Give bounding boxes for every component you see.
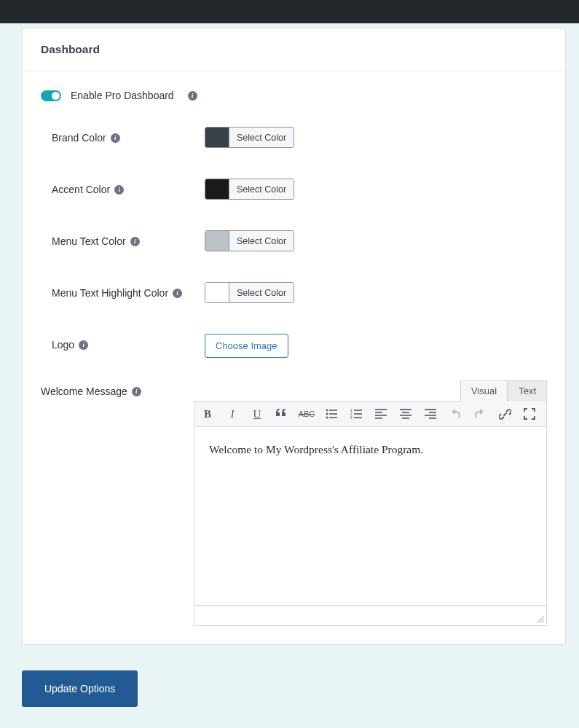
svg-rect-11 [354, 417, 362, 418]
welcome-message-label: Welcome Message [41, 385, 127, 397]
svg-rect-9 [354, 413, 362, 415]
menu-text-color-label: Menu Text Color [52, 235, 126, 247]
info-icon[interactable]: i [114, 185, 124, 195]
panel-header: Dashboard [23, 28, 565, 71]
brand-color-swatch [205, 128, 229, 147]
info-icon[interactable]: i [130, 237, 140, 246]
svg-rect-20 [425, 409, 436, 410]
svg-rect-15 [375, 418, 382, 419]
admin-top-bar [0, 0, 579, 23]
panel-title: Dashboard [41, 43, 547, 56]
info-icon[interactable]: i [173, 289, 182, 298]
select-color-button: Select Color [229, 128, 294, 147]
svg-rect-1 [329, 410, 337, 411]
numbered-list-icon[interactable]: 123 [349, 407, 363, 421]
svg-rect-17 [402, 412, 409, 413]
tab-text[interactable]: Text [508, 380, 547, 402]
svg-rect-22 [425, 415, 436, 416]
select-color-button: Select Color [229, 283, 294, 302]
svg-rect-3 [329, 413, 337, 415]
blockquote-icon[interactable] [275, 407, 289, 421]
update-options-button[interactable]: Update Options [22, 670, 138, 707]
svg-rect-14 [375, 415, 387, 416]
align-right-icon[interactable] [423, 407, 438, 421]
tab-visual[interactable]: Visual [460, 380, 508, 402]
editor-toolbar: B I U ABC 123 [194, 401, 547, 427]
svg-line-26 [543, 622, 544, 623]
fullscreen-icon[interactable] [522, 407, 537, 421]
select-color-button: Select Color [229, 179, 294, 199]
info-icon[interactable]: i [188, 91, 197, 101]
accent-color-picker[interactable]: Select Color [205, 179, 294, 200]
svg-rect-7 [354, 410, 362, 411]
info-icon[interactable]: i [111, 133, 120, 143]
brand-color-label: Brand Color [52, 132, 106, 144]
choose-image-button[interactable]: Choose Image [205, 334, 288, 358]
menu-text-color-picker[interactable]: Select Color [205, 230, 294, 251]
logo-label: Logo [52, 339, 74, 351]
menu-text-color-swatch [205, 231, 229, 251]
welcome-message-editor: Visual Text B I U ABC [194, 380, 547, 626]
info-icon[interactable]: i [132, 387, 141, 396]
svg-point-4 [326, 417, 328, 419]
strikethrough-icon[interactable]: ABC [299, 407, 314, 421]
editor-footer [194, 606, 547, 626]
svg-rect-5 [329, 417, 337, 418]
menu-highlight-color-picker[interactable]: Select Color [205, 282, 294, 303]
svg-rect-12 [375, 409, 387, 410]
svg-point-0 [326, 410, 328, 412]
italic-icon[interactable]: I [225, 407, 240, 421]
svg-text:3: 3 [350, 415, 352, 419]
brand-color-picker[interactable]: Select Color [205, 127, 294, 148]
link-icon[interactable] [497, 407, 512, 421]
svg-rect-23 [429, 418, 436, 419]
menu-highlight-color-swatch [205, 283, 229, 302]
svg-rect-18 [400, 415, 411, 416]
underline-icon[interactable]: U [250, 407, 264, 421]
enable-pro-label: Enable Pro Dashboard [71, 90, 174, 101]
enable-pro-toggle[interactable] [41, 90, 61, 101]
accent-color-label: Accent Color [52, 184, 110, 195]
svg-rect-19 [402, 418, 409, 419]
undo-icon[interactable] [448, 407, 462, 421]
bullet-list-icon[interactable] [324, 407, 339, 421]
align-left-icon[interactable] [374, 407, 388, 421]
dashboard-panel: Dashboard Enable Pro Dashboard i Brand C… [22, 28, 566, 645]
align-center-icon[interactable] [398, 407, 413, 421]
menu-highlight-color-label: Menu Text Highlight Color [52, 287, 168, 299]
redo-icon[interactable] [473, 407, 487, 421]
resize-handle-icon[interactable] [537, 616, 544, 623]
toggle-knob [52, 92, 60, 100]
svg-point-2 [326, 413, 328, 415]
editor-content[interactable]: Welcome to My Wordpress's Affiliate Prog… [194, 427, 547, 606]
info-icon[interactable]: i [79, 340, 88, 350]
svg-rect-16 [400, 409, 411, 410]
select-color-button: Select Color [229, 231, 294, 251]
accent-color-swatch [205, 179, 229, 199]
svg-rect-13 [375, 412, 382, 413]
bold-icon[interactable]: B [200, 407, 215, 421]
svg-rect-21 [429, 412, 436, 413]
